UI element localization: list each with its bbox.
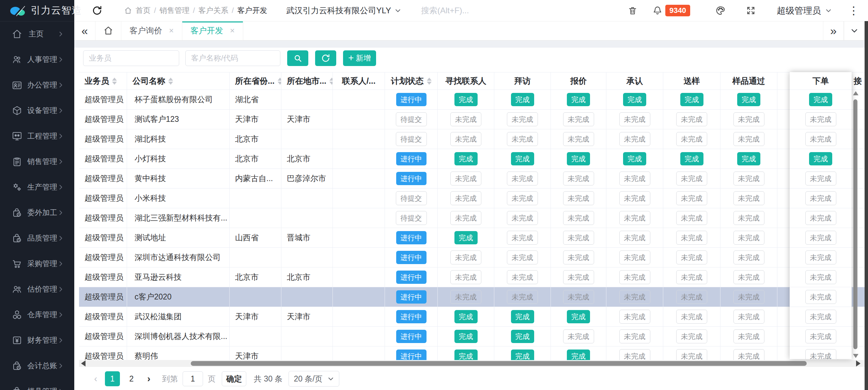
global-search-input[interactable] (420, 5, 534, 16)
tabs-scroll-right-button[interactable]: » (823, 21, 844, 40)
sidebar-item-idcard-2[interactable]: 办公管理 (0, 72, 74, 98)
cell-7: 未完成 (494, 267, 551, 287)
sort-icon[interactable] (168, 78, 173, 85)
step-status-badge-2: 未完成 (563, 270, 594, 284)
column-header-2[interactable]: 所在省份... (230, 72, 281, 90)
cell-8: 未完成 (551, 110, 606, 129)
table-row-9[interactable]: 超级管理员亚马逊云科技北京市北京市进行中未完成未完成未完成未完成未完成未完成 (79, 267, 865, 287)
search-button[interactable] (287, 50, 308, 66)
table-row-11[interactable]: 超级管理员武汉松滋集团天津市天津市进行中完成完成完成未完成未完成未完成 (79, 307, 865, 327)
vertical-scrollbar-thumb[interactable] (853, 99, 857, 349)
sidebar-item-bag-8[interactable]: 品质管理 (0, 225, 74, 251)
breadcrumb-item-2[interactable]: 客户关系 (198, 5, 228, 16)
table-row-3[interactable]: 超级管理员小灯科技北京市北京市进行中完成完成完成完成完成完成 (79, 149, 865, 169)
goto-page-input[interactable] (183, 371, 203, 386)
sidebar-item-monitor-4[interactable]: 工程管理 (0, 123, 74, 149)
refresh-page-icon[interactable] (92, 5, 102, 16)
table-row-7[interactable]: 超级管理员测试地址山西省晋城市进行中完成未完成未完成未完成未完成未完成 (79, 228, 865, 248)
horizontal-scrollbar[interactable] (79, 360, 865, 367)
page-button-2[interactable]: 2 (124, 371, 139, 386)
breadcrumb-item-1[interactable]: 销售管理 (159, 5, 189, 16)
home-tab[interactable] (95, 21, 121, 40)
table-row-5[interactable]: 超级管理员小米科技待提交未完成未完成未完成未完成未完成未完成 (79, 189, 865, 208)
page-scrollbar[interactable] (865, 21, 868, 390)
step-status-badge-3: 未完成 (619, 250, 650, 264)
user-menu[interactable]: 超级管理员 (777, 5, 832, 17)
page-size-select[interactable]: 20 条/页 (289, 371, 339, 387)
table-row-2[interactable]: 超级管理员湖北科技北京市待提交未完成未完成未完成未完成未完成未完成 (79, 129, 865, 149)
sidebar-item-cube-3[interactable]: 设备管理 (0, 98, 74, 123)
cell-8: 未完成 (551, 267, 606, 287)
tab-1[interactable]: 客户开发× (182, 21, 243, 40)
next-page-button[interactable]: › (144, 373, 154, 384)
sidebar-item-users2-10[interactable]: 估价管理 (0, 276, 74, 302)
prev-page-button[interactable]: ‹ (91, 373, 101, 384)
home-icon (103, 26, 113, 36)
company-select[interactable]: 武汉引力云科技有限公司YLY (286, 5, 401, 16)
cell-province: 山西省 (235, 232, 259, 243)
close-icon[interactable]: × (169, 26, 174, 35)
column-header-3[interactable]: 所在地市... (281, 72, 333, 90)
cell-2: 北京市 (230, 129, 281, 149)
scroll-left-arrow-icon[interactable] (81, 360, 86, 367)
logo-text: 引力云智造 (31, 4, 82, 17)
sort-icon[interactable] (112, 78, 117, 85)
sidebar-item-boxes-11[interactable]: 仓库管理 (0, 302, 74, 327)
goto-confirm-button[interactable]: 确定 (222, 371, 246, 386)
table-row-0[interactable]: 超级管理员杯子蛋糕股份有限公司湖北省进行中完成完成完成完成完成完成 (79, 90, 865, 110)
sidebar-item-bag-13[interactable]: 会计总账 (0, 353, 74, 378)
fullscreen-icon[interactable] (746, 6, 756, 15)
tabs-menu-button[interactable] (844, 21, 865, 40)
cell-10: 未完成 (663, 228, 720, 247)
table-row-12[interactable]: 超级管理员深圳博创机器人技术有限...进行中完成完成未完成未完成未完成未完成 (79, 327, 865, 346)
step-status-badge-1: 未完成 (507, 132, 538, 146)
sort-icon[interactable] (278, 78, 281, 85)
page-button-1[interactable]: 1 (105, 371, 120, 386)
sidebar-item-bag-7[interactable]: 委外加工 (0, 200, 74, 225)
kebab-menu-icon[interactable]: ⋮ (848, 4, 859, 17)
sidebar-item-yencard-12[interactable]: 财务管理 (0, 327, 74, 353)
table-row-8[interactable]: 超级管理员深圳市达通科技有限公司进行中未完成未完成未完成未完成未完成未完成 (79, 248, 865, 267)
refresh-list-button[interactable] (315, 50, 336, 66)
tabs-scroll-left-button[interactable]: « (74, 21, 95, 40)
salesman-filter-input[interactable] (83, 50, 179, 66)
step-status-badge-5: 未完成 (733, 231, 764, 245)
bell-icon[interactable] (652, 5, 663, 16)
cell-0: 超级管理员 (79, 90, 127, 109)
scroll-right-arrow-icon[interactable] (856, 360, 861, 367)
column-header-0[interactable]: 业务员 (79, 72, 127, 90)
column-header-5[interactable]: 计划状态 (385, 72, 438, 90)
breadcrumb-item-0[interactable]: 首页 (136, 5, 151, 16)
table-row-10[interactable]: 超级管理员c客户2020进行中未完成未完成未完成未完成未完成未完成 (79, 287, 865, 307)
add-button[interactable]: + 新增 (343, 50, 376, 66)
table-header-row: 业务员公司名称所在省份...所在地市...联系人/...计划状态寻找联系人拜访报… (79, 72, 865, 90)
table-row-6[interactable]: 超级管理员湖北三强新型材料科技有...待提交未完成未完成未完成未完成未完成未完成 (79, 208, 865, 228)
table-row-1[interactable]: 超级管理员测试客户123天津市天津市待提交未完成未完成未完成未完成未完成未完成 (79, 110, 865, 129)
sidebar-item-cart-9[interactable]: 采购管理 (0, 251, 74, 276)
notification-count-badge[interactable]: 9340 (665, 5, 690, 16)
customer-filter-input[interactable] (185, 50, 280, 66)
column-header-1[interactable]: 公司名称 (127, 72, 230, 90)
sort-icon[interactable] (427, 78, 432, 85)
sidebar-item-home-0[interactable]: 主页 (0, 21, 74, 47)
sidebar-item-label: 设备管理 (27, 105, 57, 116)
step-status-badge-5: 未完成 (733, 112, 764, 126)
floating-order-column-panel[interactable]: 下单 完成未完成未完成完成未完成未完成未完成未完成未完成未完成未完成未完成未完成… (790, 72, 852, 359)
table-row-13[interactable]: 超级管理员蔡明伟天津市进行中完成完成完成未完成未完成未完成 (79, 346, 865, 360)
sidebar-item-bag-14[interactable]: 模具管理 (0, 378, 74, 390)
close-icon[interactable]: × (230, 26, 235, 35)
theme-palette-icon[interactable] (715, 5, 726, 16)
table-row-4[interactable]: 超级管理员黄中科技内蒙古自...巴彦淖尔市进行中未完成未完成未完成未完成未完成未… (79, 169, 865, 189)
scroll-up-arrow-icon[interactable] (853, 91, 858, 95)
step-status-badge-3: 未完成 (619, 310, 650, 324)
sidebar-item-users-1[interactable]: 人事管理 (0, 47, 74, 72)
horizontal-scrollbar-thumb[interactable] (191, 361, 807, 366)
tab-0[interactable]: 客户询价× (121, 21, 182, 40)
order-status-badge: 未完成 (805, 191, 836, 205)
sidebar-item-gears-6[interactable]: 生产管理 (0, 174, 74, 200)
sort-icon[interactable] (329, 78, 333, 85)
trash-icon[interactable] (628, 6, 637, 15)
vertical-scrollbar[interactable] (852, 91, 858, 359)
sidebar-item-clipboard-5[interactable]: 销售管理 (0, 149, 74, 174)
scroll-down-arrow-icon[interactable] (853, 354, 858, 358)
